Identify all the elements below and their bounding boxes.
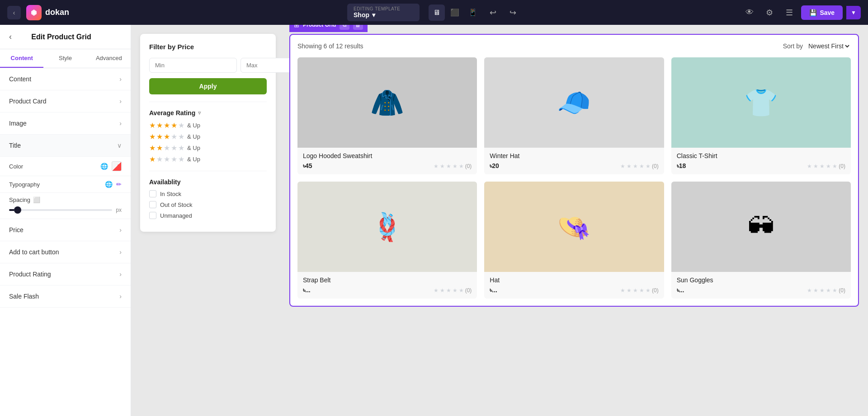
redo-button[interactable]: ↪ [505,5,521,21]
products-grid: 🧥 Logo Hooded Sweatshirt ৳45 ★★★★★ (0) [297,57,851,299]
product-price: ৳45 [303,162,312,170]
grid-icon: ⊞ [294,25,299,28]
left-panel: ‹ Edit Product Grid Content Style Advanc… [0,25,131,416]
panel-tabs: Content Style Advanced [0,49,131,68]
chevron-right-icon: › [119,75,122,83]
undo-button[interactable]: ↩ [485,5,501,21]
sidebar-item-title[interactable]: Title ∨ [0,135,131,157]
delete-grid-button[interactable]: 🗑 [353,25,363,30]
settings-button[interactable]: ⚙ [761,5,778,21]
panel-back-button[interactable]: ‹ [9,32,12,42]
product-rating: ★★★★★ (0) [620,163,659,169]
product-name: Winter Hat [490,152,658,159]
typography-label: Typography [9,181,40,188]
typography-controls: 🌐 ✏ [105,181,122,188]
tab-style[interactable]: Style [43,49,87,68]
mobile-button[interactable]: 📱 [465,5,481,21]
rating-row-2[interactable]: ★ ★ ★ ★ ★ & Up [149,144,267,152]
tab-advanced[interactable]: Advanced [87,49,131,68]
checkbox-out-of-stock[interactable]: Out of Stock [149,201,267,208]
globe-icon[interactable]: 🌐 [100,163,108,170]
product-card[interactable]: 👒 Hat ৳... ★★★★★ (0) [484,182,664,299]
checkbox-icon[interactable] [149,212,156,219]
sidebar-item-product-rating[interactable]: Product Rating › [0,263,131,285]
save-dropdown-button[interactable]: ▼ [846,6,861,19]
product-card[interactable]: 🧥 Logo Hooded Sweatshirt ৳45 ★★★★★ (0) [297,57,477,174]
device-buttons: 🖥 ⬛ 📱 [429,5,481,21]
availability-section: Availablity In Stock Out of Stock Unmana… [149,178,267,219]
spacing-slider[interactable] [9,209,112,211]
logo-icon [26,5,42,20]
back-button[interactable]: ‹ [7,6,21,19]
layers-button[interactable]: ☰ [781,5,797,21]
checkbox-unmanaged[interactable]: Unmanaged [149,212,267,219]
edit-typography-icon[interactable]: ✏ [116,181,122,188]
sort-label: Sort by [783,42,803,50]
rating-section: Average Rating ▿ ★ ★ ★ ★ ★ & Up [149,109,267,164]
spacing-unit: px [116,207,122,213]
filter-price-title: Filter by Price [149,43,267,51]
product-grid-wrapper: ⊞ Product Grid ⧉ 🗑 Showing 6 of 12 resul… [289,34,859,307]
sidebar-item-image[interactable]: Image › [0,112,131,135]
sidebar-item-content[interactable]: Content › [0,68,131,90]
topbar: ‹ dokan EDITING TEMPLATE Shop ▾ 🖥 ⬛ 📱 ↩ … [0,0,868,25]
tablet-button[interactable]: ⬛ [447,5,463,21]
product-price: ৳... [303,286,311,294]
apply-button[interactable]: Apply [149,78,267,94]
star-empty: ★ [178,121,184,130]
checkbox-icon[interactable] [149,201,156,208]
star-filled: ★ [156,121,163,130]
checkbox-in-stock[interactable]: In Stock [149,190,267,197]
star-filled: ★ [171,121,177,130]
tab-content[interactable]: Content [0,49,43,68]
and-up-label: & Up [187,133,200,140]
price-inputs [149,58,267,73]
panel-title: Edit Product Grid [31,33,91,41]
sort-select[interactable]: Newest First [807,42,851,50]
color-picker[interactable] [112,161,122,171]
product-card[interactable]: 🕶 Sun Goggles ৳... ★★★★★ (0) [671,182,851,299]
save-button[interactable]: 💾 Save [801,5,843,20]
rating-row-4[interactable]: ★ ★ ★ ★ ★ & Up [149,121,267,130]
chevron-down-icon: ▾ [372,11,375,19]
preview-button[interactable]: 👁 [741,5,758,21]
and-up-label: & Up [187,156,200,163]
availability-title: Availablity [149,178,267,186]
star-filled: ★ [164,121,170,130]
product-rating: ★★★★★ (0) [620,287,659,294]
globe-icon-typography[interactable]: 🌐 [105,181,113,188]
sidebar-item-product-card[interactable]: Product Card › [0,90,131,112]
checkbox-icon[interactable] [149,190,156,197]
product-image: 🧥 [297,57,477,148]
product-card[interactable]: 👕 Classic T-Shirt ৳18 ★★★★★ (0) [671,57,851,174]
desktop-button[interactable]: 🖥 [429,5,445,21]
editing-template-selector[interactable]: EDITING TEMPLATE Shop ▾ [347,4,420,21]
filter-icon: ▿ [198,110,201,116]
and-up-label: & Up [187,145,200,151]
spacing-row: Spacing ⬜ px [0,193,131,219]
panel-header: ‹ Edit Product Grid [0,25,131,49]
product-rating: ★★★★★ (0) [807,163,845,169]
price-min-input[interactable] [149,58,237,73]
product-grid-toolbar: ⊞ Product Grid ⧉ 🗑 [289,25,368,32]
copy-grid-button[interactable]: ⧉ [340,25,349,30]
main-layout: ‹ Edit Product Grid Content Style Advanc… [0,25,868,416]
topbar-center: EDITING TEMPLATE Shop ▾ 🖥 ⬛ 📱 ↩ ↪ [347,4,521,21]
product-rating: ★★★★★ (0) [434,287,472,294]
rating-row-1[interactable]: ★ ★ ★ ★ ★ & Up [149,155,267,164]
product-name: Logo Hooded Sweatshirt [303,152,472,159]
grid-header: Showing 6 of 12 results Sort by Newest F… [297,42,851,50]
product-price: ৳18 [677,162,686,170]
product-name: Strap Belt [303,276,472,284]
sidebar-item-add-to-cart[interactable]: Add to cart button › [0,241,131,263]
chevron-right-icon: › [119,293,122,300]
product-card[interactable]: 🪢 Strap Belt ৳... ★★★★★ (0) [297,182,477,299]
chevron-right-icon: › [119,98,122,105]
sidebar-item-sale-flash[interactable]: Sale Flash › [0,285,131,308]
product-name: Hat [490,276,658,284]
star-filled: ★ [149,121,156,130]
rating-row-3[interactable]: ★ ★ ★ ★ ★ & Up [149,132,267,141]
product-card[interactable]: 🧢 Winter Hat ৳20 ★★★★★ (0) [484,57,664,174]
logo-text: dokan [45,8,69,17]
sidebar-item-price[interactable]: Price › [0,219,131,241]
